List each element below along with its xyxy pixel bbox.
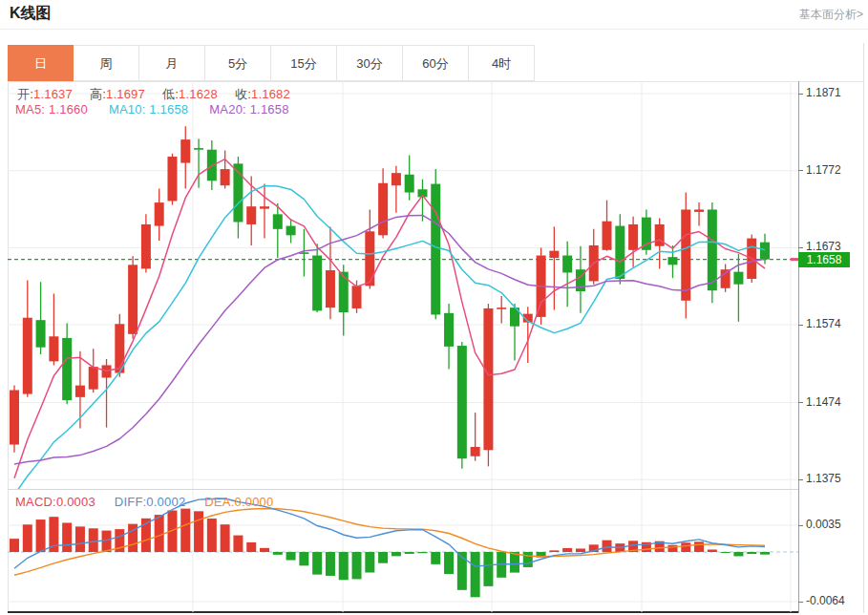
tab-4hour[interactable]: 4时 — [469, 45, 535, 81]
price-chart — [8, 81, 798, 489]
axis-separator — [798, 81, 799, 613]
price-tick-label: 1.1574 — [806, 317, 841, 330]
fundamental-analysis-link[interactable]: 基本面分析> — [799, 7, 863, 23]
header-divider — [0, 29, 868, 30]
macd-chart — [8, 490, 798, 612]
price-tick-dash — [798, 479, 803, 480]
macd-tick-label: -0.0064 — [806, 594, 845, 607]
tab-month[interactable]: 月 — [139, 45, 205, 81]
price-tick-dash — [798, 402, 803, 403]
macd-tick-label: 0.0035 — [806, 518, 841, 531]
interval-tab-bar: 日周月5分15分30分60分4时 — [8, 45, 535, 81]
tab-30min[interactable]: 30分 — [337, 45, 403, 81]
price-tick-label: 1.1375 — [806, 472, 841, 485]
price-tick-label: 1.1772 — [806, 163, 841, 177]
price-tick-dash — [798, 325, 803, 326]
macd-tick-dash — [798, 602, 803, 603]
tab-week[interactable]: 周 — [74, 45, 139, 81]
price-tick-dash — [798, 170, 803, 171]
price-tick-dash — [798, 247, 803, 248]
kline-page: { "header": { "title": "K线图", "link": "基… — [0, 0, 868, 615]
price-tick-label: 1.1474 — [806, 395, 841, 409]
tab-15min[interactable]: 15分 — [271, 45, 337, 81]
price-tick-label: 1.1871 — [806, 86, 841, 99]
current-price-badge: 1.1658 — [798, 252, 850, 267]
page-title: K线图 — [10, 4, 52, 24]
price-tick-dash — [798, 94, 803, 95]
panel-right-border — [863, 43, 864, 613]
tab-5min[interactable]: 5分 — [205, 45, 271, 81]
macd-tick-dash — [798, 525, 803, 526]
tab-60min[interactable]: 60分 — [403, 45, 469, 81]
tab-day[interactable]: 日 — [8, 45, 74, 81]
